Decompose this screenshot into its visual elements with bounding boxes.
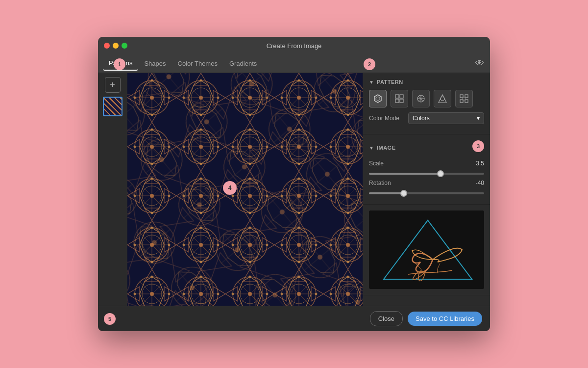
rotation-slider-fill (369, 192, 404, 194)
window-title: Create From Image (267, 42, 322, 50)
scale-slider[interactable] (369, 173, 484, 175)
color-mode-label: Color Mode (369, 115, 408, 122)
scale-slider-thumb[interactable] (437, 170, 444, 177)
rotation-slider-container (369, 190, 484, 196)
rotation-slider[interactable] (369, 192, 484, 194)
pattern-section: ▼ PATTERN (363, 73, 490, 134)
scale-row: Scale 3.5 (369, 160, 484, 167)
color-mode-value: Colors (413, 115, 430, 122)
tab-shapes[interactable]: Shapes (138, 57, 172, 70)
add-button[interactable]: + (105, 77, 121, 93)
image-chevron-icon[interactable]: ▼ (369, 145, 374, 151)
svg-marker-28 (374, 95, 381, 103)
preview-svg (369, 210, 484, 289)
color-mode-dropdown[interactable]: Colors ▾ (408, 112, 484, 124)
window-controls (104, 43, 127, 49)
thumbnail-item[interactable] (103, 97, 122, 116)
image-section-header: ▼ IMAGE 3 (369, 140, 484, 155)
tab-bar-right: 👁 (475, 58, 484, 69)
svg-marker-39 (439, 95, 446, 103)
main-window: Create From Image 1 2 Patterns Shapes Co… (98, 37, 490, 331)
svg-point-40 (441, 97, 444, 101)
svg-rect-31 (400, 95, 403, 98)
pattern-chevron-icon[interactable]: ▼ (369, 79, 374, 85)
tab-bar: 1 2 Patterns Shapes Color Themes Gradien… (98, 54, 490, 73)
rotation-value: -40 (476, 180, 484, 186)
svg-rect-30 (395, 95, 399, 98)
thumbnail-preview (104, 98, 122, 115)
rotation-row: Rotation -40 (369, 180, 484, 186)
step-badge-4: 4 (223, 181, 237, 195)
step-badge-5: 5 (104, 313, 116, 325)
pattern-section-header: ▼ PATTERN (369, 79, 484, 85)
step-badge-2: 2 (364, 58, 375, 70)
rotation-slider-thumb[interactable] (400, 190, 407, 197)
scale-slider-container (369, 171, 484, 177)
svg-rect-27 (127, 73, 363, 306)
pattern-canvas[interactable] (127, 73, 363, 306)
tab-color-themes[interactable]: Color Themes (172, 57, 223, 70)
minimize-window-btn[interactable] (113, 43, 119, 49)
close-window-btn[interactable] (104, 43, 110, 49)
image-section-title: IMAGE (377, 145, 396, 151)
main-content: + 4 (98, 73, 490, 306)
image-preview-section (363, 205, 490, 295)
step-badge-3: 3 (472, 140, 484, 152)
scale-slider-fill (369, 173, 441, 175)
scale-value: 3.5 (476, 160, 484, 167)
image-section: ▼ IMAGE 3 Scale 3.5 (363, 134, 490, 205)
dropdown-chevron-icon: ▾ (477, 115, 480, 122)
pattern-icon-group (369, 90, 484, 107)
scale-label: Scale (369, 160, 408, 167)
rotation-label: Rotation (369, 180, 408, 186)
save-to-cc-libraries-button[interactable]: Save to CC Libraries (408, 312, 482, 326)
svg-rect-33 (400, 99, 403, 103)
close-button[interactable]: Close (370, 311, 403, 326)
tab-gradients[interactable]: Gradients (223, 57, 263, 70)
pattern-style-2[interactable] (391, 90, 408, 107)
right-panel: ▼ PATTERN (363, 73, 490, 306)
maximize-window-btn[interactable] (122, 43, 127, 49)
pattern-section-title: PATTERN (377, 79, 403, 85)
svg-rect-32 (395, 99, 399, 103)
title-bar: Create From Image (98, 37, 490, 54)
left-sidebar: + (98, 73, 127, 306)
canvas-area: 4 (127, 73, 363, 306)
color-mode-row: Color Mode Colors ▾ (369, 112, 484, 124)
pattern-style-3[interactable] (412, 90, 430, 107)
bottom-bar: 5 Close Save to CC Libraries (98, 306, 490, 331)
visibility-icon[interactable]: 👁 (475, 58, 484, 69)
svg-marker-29 (376, 97, 380, 101)
pattern-style-1[interactable] (369, 90, 387, 107)
image-preview (369, 210, 484, 289)
step-badge-1: 1 (114, 58, 125, 70)
pattern-style-5[interactable] (455, 90, 473, 107)
pattern-style-4[interactable] (434, 90, 451, 107)
pattern-svg (127, 73, 363, 306)
